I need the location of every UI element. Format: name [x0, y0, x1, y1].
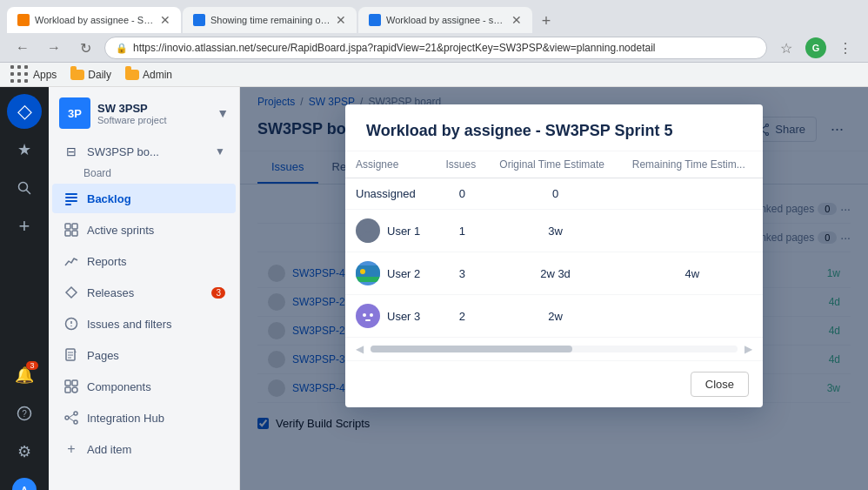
create-button[interactable]: +	[7, 209, 42, 244]
active-sprints-label: Active sprints	[87, 224, 225, 237]
svg-point-25	[74, 420, 77, 424]
forward-button[interactable]: →	[42, 36, 66, 60]
tab-2[interactable]: Showing time remaining on Wo... ✕	[183, 7, 357, 33]
project-info: SW 3PSP Software project	[97, 102, 210, 125]
svg-point-33	[364, 223, 372, 232]
notifications-button[interactable]: 🔔 3	[7, 358, 42, 393]
assignee-cell-user1: User 1	[345, 210, 436, 252]
address-bar: ← → ↻ 🔒 https://inovio.atlassian.net/sec…	[0, 33, 868, 63]
col-issues: Issues	[436, 151, 490, 178]
pages-icon	[63, 346, 80, 364]
table-row: User 2 3 2w 3d 4w	[345, 252, 763, 295]
table-row: User 1 1 3w	[345, 210, 763, 252]
browser-menu-button[interactable]: ⋮	[833, 36, 858, 60]
close-button[interactable]: Close	[691, 372, 749, 397]
issues-cell-0: 0	[436, 178, 490, 210]
sidebar-item-active-sprints[interactable]: Active sprints	[52, 215, 236, 245]
notification-badge: 3	[26, 361, 38, 370]
user1-avatar	[356, 218, 380, 243]
backlog-label: Backlog	[87, 192, 225, 205]
original-cell-3: 2w	[489, 295, 621, 338]
tab-3[interactable]: Workload by assignee - show Re... ✕	[358, 7, 532, 33]
scroll-thumb[interactable]	[371, 346, 572, 352]
svg-point-39	[363, 313, 366, 317]
daily-label: Daily	[88, 69, 111, 81]
tab-1-label: Workload by assignee - SW3PSP	[35, 15, 155, 25]
help-button[interactable]: ?	[7, 396, 42, 431]
svg-line-27	[69, 418, 74, 421]
google-avatar[interactable]: G	[805, 37, 826, 58]
sidebar-item-add[interactable]: + Add item	[52, 434, 236, 464]
project-logo: 3P	[59, 97, 90, 129]
scroll-left-button[interactable]: ◀	[356, 343, 364, 355]
board-icon: ⊟	[63, 143, 80, 160]
table-row: Unassigned 0 0	[345, 178, 763, 210]
svg-rect-36	[356, 277, 380, 282]
app-layout: ◇ ★ + 🔔 3 ? ⚙ A 3P SW 3PSP Software proj…	[0, 87, 868, 490]
back-button[interactable]: ←	[10, 36, 35, 60]
admin-bookmark[interactable]: Admin	[125, 69, 172, 81]
svg-rect-21	[65, 387, 70, 393]
integration-hub-icon	[63, 409, 80, 426]
active-sprints-icon	[63, 221, 80, 238]
main-content: Projects / SW 3PSP / SW3PSP board SW3PSP…	[240, 87, 868, 490]
horizontal-scrollbar[interactable]: ◀ ▶	[345, 338, 763, 360]
remaining-cell-1	[622, 210, 763, 252]
tab-1[interactable]: Workload by assignee - SW3PSP ✕	[7, 7, 181, 33]
modal-footer: Close	[345, 360, 763, 407]
user3-avatar	[356, 304, 380, 328]
project-name: SW 3PSP	[97, 102, 210, 115]
starred-projects-button[interactable]: ★	[7, 132, 42, 167]
svg-rect-6	[65, 200, 77, 202]
col-remaining: Remaining Time Estim...	[622, 151, 763, 178]
svg-point-24	[74, 412, 77, 415]
sidebar-item-backlog[interactable]: Backlog	[52, 184, 236, 213]
sidebar-item-components[interactable]: Components	[52, 372, 236, 401]
svg-rect-11	[72, 231, 77, 236]
svg-point-43	[367, 306, 370, 309]
sidebar-item-integration-hub[interactable]: Integration Hub	[52, 403, 236, 433]
col-assignee: Assignee	[345, 151, 436, 178]
svg-rect-10	[65, 231, 70, 236]
tab-3-close[interactable]: ✕	[511, 13, 522, 27]
project-chevron-icon[interactable]: ▼	[217, 106, 229, 120]
table-scroll-container[interactable]: Assignee Issues Original Time Estimate R…	[345, 151, 763, 338]
tab-bar: Workload by assignee - SW3PSP ✕ Showing …	[0, 0, 868, 33]
bookmark-button[interactable]: ☆	[774, 36, 798, 60]
board-sublabel: Board	[59, 167, 239, 183]
sidebar-board-label: SW3PSP bo...	[87, 145, 159, 158]
tab-1-close[interactable]: ✕	[160, 13, 170, 27]
scroll-right-button[interactable]: ▶	[744, 343, 752, 355]
table-row: User 3 2 2w	[345, 295, 763, 338]
svg-point-22	[72, 387, 77, 393]
sidebar-item-board-header[interactable]: ⊟ SW3PSP bo... ▼	[52, 137, 236, 166]
workload-modal: Workload by assignee - SW3PSP Sprint 5 A…	[345, 104, 763, 407]
daily-bookmark[interactable]: Daily	[70, 69, 111, 81]
add-item-label: Add item	[87, 443, 225, 456]
sidebar-item-issues-filters[interactable]: Issues and filters	[52, 309, 236, 339]
reload-button[interactable]: ↻	[73, 36, 97, 60]
scroll-track[interactable]	[371, 346, 738, 352]
remaining-cell-3	[622, 295, 763, 338]
new-tab-button[interactable]: +	[534, 9, 558, 33]
tab-3-icon	[369, 14, 381, 26]
user-avatar-button[interactable]: A	[7, 473, 42, 490]
issues-filters-label: Issues and filters	[87, 318, 225, 331]
user1-name: User 1	[387, 225, 420, 238]
sidebar-item-pages[interactable]: Pages	[52, 340, 236, 370]
search-button[interactable]	[7, 171, 42, 205]
daily-folder-icon	[70, 70, 84, 80]
jira-logo-button[interactable]: ◇	[7, 94, 42, 129]
svg-rect-7	[65, 204, 71, 205]
modal-header: Workload by assignee - SW3PSP Sprint 5	[345, 104, 763, 151]
assignee-cell-unassigned: Unassigned	[345, 178, 436, 210]
svg-rect-19	[65, 380, 70, 386]
url-bar[interactable]: 🔒 https://inovio.atlassian.net/secure/Ra…	[104, 37, 767, 59]
sidebar-item-releases[interactable]: Releases 3	[52, 278, 236, 307]
sidebar-item-reports[interactable]: Reports	[52, 246, 236, 276]
tab-2-label: Showing time remaining on Wo...	[210, 15, 331, 25]
tab-2-close[interactable]: ✕	[336, 13, 346, 27]
apps-bookmark[interactable]: Apps	[10, 65, 57, 84]
admin-label: Admin	[143, 69, 172, 81]
settings-button[interactable]: ⚙	[7, 434, 42, 469]
